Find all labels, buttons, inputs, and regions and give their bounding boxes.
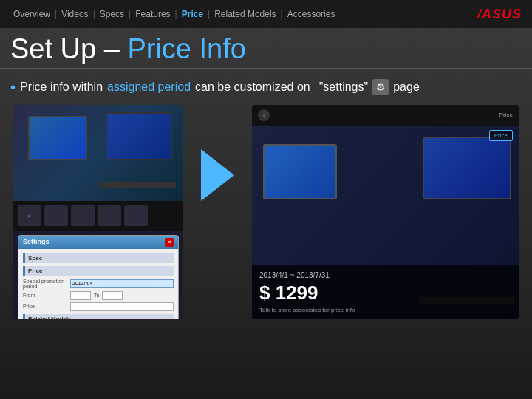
bullet-page-label: page — [393, 81, 420, 94]
gear-icon: ⚙ — [372, 79, 389, 95]
tablet-mockup — [13, 105, 183, 201]
settings-popup: Settings × Spec Price Special promotion … — [18, 235, 179, 319]
page-wrapper: Overview | Videos | Specs | Features | P… — [0, 0, 532, 399]
nav-item-videos[interactable]: Videos — [58, 9, 91, 19]
thumb-item-2[interactable] — [44, 205, 68, 226]
spec-section-title: Spec — [23, 253, 174, 263]
price-input[interactable] — [70, 302, 174, 311]
price-note: Talk to store associates for price info — [259, 307, 511, 313]
bullet-prefix: Price info within — [20, 81, 103, 94]
related-section-title: Related Models — [23, 314, 174, 319]
arrow-container — [198, 149, 237, 201]
nav-item-overview[interactable]: Overview — [10, 9, 53, 19]
price-section-title: Price — [23, 266, 174, 276]
right-screenshot: ‹ Price Price 2013/4/1 ~ 2013/7/31 $ 129… — [252, 105, 519, 319]
page-title: Set Up – Price Info — [10, 34, 522, 65]
price-label: Price — [23, 304, 67, 309]
settings-titlebar: Settings × — [18, 236, 178, 249]
title-section: Set Up – Price Info — [0, 28, 532, 69]
nav-links: Overview | Videos | Specs | Features | P… — [10, 9, 338, 19]
nav-separator-2: | — [93, 9, 95, 19]
to-label-inline: To — [94, 293, 99, 298]
price-info-box: 2013/4/1 ~ 2013/7/31 $ 1299 Talk to stor… — [252, 265, 519, 319]
nav-bar: Overview | Videos | Specs | Features | P… — [0, 0, 532, 28]
nav-separator-3: | — [129, 9, 131, 19]
tablet-screen-small — [28, 116, 87, 160]
bullet-highlight: assigned period — [107, 81, 191, 94]
from-input[interactable] — [70, 291, 91, 300]
asus-logo: /ASUS — [477, 7, 522, 22]
right-arrow-icon — [201, 149, 234, 201]
thumb-item-3[interactable] — [71, 205, 95, 226]
images-row: ▶ Settings × Spec P — [10, 105, 522, 319]
nav-item-features[interactable]: Features — [132, 9, 173, 19]
product-laptop-image — [423, 137, 511, 200]
thumb-strip: ▶ — [13, 201, 183, 231]
from-row: From To — [23, 291, 174, 300]
thumb-item-1[interactable]: ▶ — [18, 205, 41, 226]
nav-item-related[interactable]: Related Models — [211, 9, 279, 19]
promo-period-row: Special promotion period — [23, 279, 174, 289]
price-amount: $ 1299 — [259, 282, 511, 304]
price-nav-label: Price — [499, 112, 513, 118]
bullet-dot: • — [10, 79, 16, 96]
settings-close-button[interactable]: × — [165, 238, 174, 247]
content-area: • Price info within assigned period can … — [0, 75, 532, 319]
from-label: From — [23, 293, 67, 298]
nav-separator-6: | — [281, 9, 283, 19]
nav-separator-5: | — [208, 9, 210, 19]
bullet-text: • Price info within assigned period can … — [10, 79, 522, 96]
thumb-item-4[interactable] — [98, 205, 121, 226]
screenshot-bg: ▶ Settings × Spec P — [13, 105, 183, 319]
laptop-base-small — [98, 182, 176, 188]
thumb-item-5[interactable] — [124, 205, 148, 226]
price-row: Price — [23, 302, 174, 311]
price-nav-bar: ‹ Price — [252, 105, 519, 126]
nav-separator-4: | — [175, 9, 177, 19]
promo-label: Special promotion period — [23, 279, 67, 289]
product-tablet-image — [263, 144, 337, 200]
related-models-section: Related Models ✓ 1. ASUS TAICHI™ Z1 — [23, 314, 174, 319]
left-screenshot: ▶ Settings × Spec P — [13, 105, 183, 319]
price-date-range: 2013/4/1 ~ 2013/7/31 — [259, 271, 511, 279]
laptop-screen-small — [106, 112, 172, 160]
settings-body: Spec Price Special promotion period From… — [18, 249, 178, 319]
nav-item-specs[interactable]: Specs — [97, 9, 127, 19]
title-highlight: Price Info — [127, 33, 246, 64]
price-badge: Price — [489, 130, 513, 141]
nav-item-price[interactable]: Price — [179, 9, 206, 19]
nav-item-accessories[interactable]: Accessories — [284, 9, 338, 19]
settings-title: Settings — [23, 238, 50, 247]
to-input[interactable] — [102, 291, 123, 300]
bullet-suffix: can be customized on — [195, 81, 310, 94]
bullet-settings-text: "settings" — [319, 81, 369, 94]
back-button[interactable]: ‹ — [258, 109, 270, 121]
title-prefix: Set Up – — [10, 33, 127, 64]
promo-input[interactable] — [70, 279, 174, 288]
nav-separator-1: | — [55, 9, 57, 19]
price-product-area: Price 2013/4/1 ~ 2013/7/31 $ 1299 Talk t… — [252, 126, 519, 319]
